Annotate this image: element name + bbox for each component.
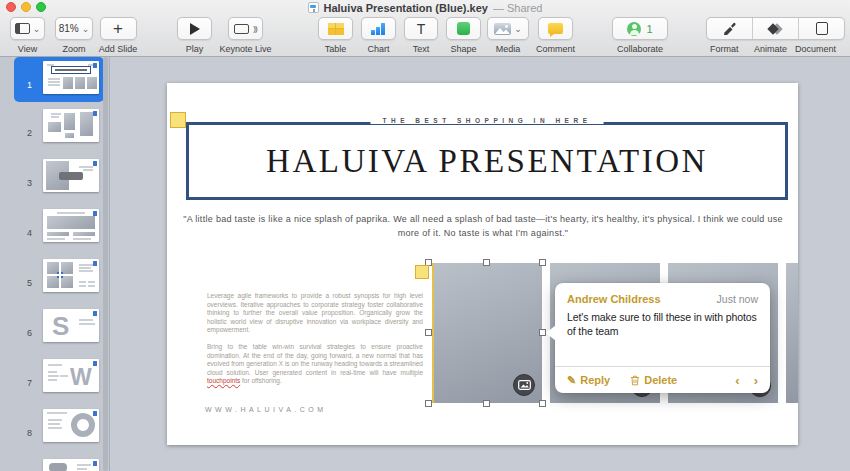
selection-handle-w[interactable] <box>425 329 432 336</box>
collaborate-label: Collaborate <box>617 44 663 54</box>
body-paragraph-1: Leverage agile frameworks to provide a r… <box>207 292 423 335</box>
shared-status: — Shared <box>493 2 543 14</box>
media-placeholder-icon[interactable] <box>513 374 535 396</box>
animate-diamond-icon <box>768 22 783 35</box>
comment-icon <box>548 23 563 34</box>
previous-comment-button[interactable]: ‹ <box>735 373 739 388</box>
table-label: Table <box>325 44 347 54</box>
title-text-box[interactable]: THE BEST SHOPPING IN HERE HALUIVA PRESEN… <box>186 122 788 200</box>
popover-arrow <box>546 325 556 341</box>
format-label: Format <box>710 44 739 54</box>
slide-thumbnail-8[interactable] <box>43 409 99 442</box>
comment-label: Comment <box>536 44 575 54</box>
slide-thumbnail-7[interactable]: W <box>43 359 99 392</box>
keynote-live-label: Keynote Live <box>219 44 271 54</box>
thumbnail-letter-o <box>71 413 95 437</box>
main-area: 1 2 3 <box>0 57 850 471</box>
document-label: Document <box>795 44 836 54</box>
selection-handle-e[interactable] <box>539 329 546 336</box>
collaborator-count: 1 <box>646 23 652 35</box>
chevron-down-icon: ⌄ <box>82 26 90 32</box>
slide-navigator: 1 2 3 <box>0 57 110 471</box>
view-button[interactable]: ⌄ View <box>4 17 51 54</box>
document-button[interactable] <box>798 18 844 39</box>
broadcast-waves-icon: )) <box>253 24 256 33</box>
pencil-icon: ✎ <box>567 375 576 386</box>
selection-handle-sw[interactable] <box>425 400 432 407</box>
play-icon <box>190 23 200 35</box>
slide-title: HALUIVA PRESENTATION <box>266 143 708 180</box>
selection-handle-n[interactable] <box>483 259 490 266</box>
slide-number: 7 <box>14 378 32 388</box>
thumbnail-letter: S <box>52 311 69 342</box>
table-button[interactable]: Table <box>311 17 360 54</box>
thumbnail-comment-badge <box>93 161 97 166</box>
next-comment-button[interactable]: › <box>754 373 758 388</box>
current-slide[interactable]: THE BEST SHOPPING IN HERE HALUIVA PRESEN… <box>167 83 798 445</box>
plus-icon: + <box>113 20 123 37</box>
image-placeholder-selected[interactable] <box>432 263 542 403</box>
thumbnail-comment-badge <box>93 63 97 68</box>
zoom-label: Zoom <box>62 44 85 54</box>
delete-button[interactable]: Delete <box>630 374 677 386</box>
play-label: Play <box>186 44 204 54</box>
reply-button[interactable]: ✎ Reply <box>567 374 610 386</box>
slide-thumbnail-2[interactable] <box>43 109 99 142</box>
table-icon <box>328 23 344 35</box>
slide-thumbnail-3[interactable] <box>43 159 99 192</box>
slide-thumbnail-9[interactable] <box>43 459 99 471</box>
animate-button[interactable] <box>752 18 798 39</box>
comment-timestamp: Just now <box>717 293 758 305</box>
paintbrush-icon <box>722 21 737 36</box>
slide-thumbnail-4[interactable] <box>43 209 99 242</box>
slide-thumbnail-6[interactable]: S <box>43 309 99 342</box>
text-tool-icon: T <box>417 22 426 36</box>
collaborate-button[interactable]: 1 Collaborate <box>608 17 672 54</box>
selection-handle-s[interactable] <box>483 400 490 407</box>
shape-label: Shape <box>450 44 476 54</box>
comment-popover: Andrew Childress Just now Let's make sur… <box>555 283 770 393</box>
display-icon <box>234 24 249 34</box>
slide-number: 1 <box>14 80 32 90</box>
body-text-box[interactable]: Leverage agile frameworks to provide a r… <box>207 292 423 386</box>
window-header: Haluiva Presentation (Blue).key — Shared… <box>0 0 850 57</box>
thumbnail-comment-badge <box>93 261 97 266</box>
inspector-segmented-control <box>706 17 845 40</box>
image-placeholder-4-cropped[interactable] <box>786 263 798 403</box>
media-button[interactable]: ⌄ Media <box>483 17 533 54</box>
slide-number: 5 <box>14 278 32 288</box>
thumbnail-comment-badge <box>93 361 97 366</box>
shape-icon <box>457 22 470 35</box>
chevron-down-icon: ⌄ <box>514 26 522 32</box>
slide-number: 3 <box>14 178 32 188</box>
zoom-value: 81% <box>59 23 79 34</box>
document-rect-icon <box>816 22 828 35</box>
comment-author: Andrew Childress <box>567 293 661 305</box>
comment-button[interactable]: Comment <box>528 17 583 54</box>
slide-kicker: THE BEST SHOPPING IN HERE <box>371 117 604 124</box>
zoom-dropdown[interactable]: 81% ⌄ Zoom <box>50 17 98 54</box>
website-footer[interactable]: WWW.HALUIVA.COM <box>205 406 327 413</box>
slide-thumbnail-5[interactable] <box>43 259 99 292</box>
text-label: Text <box>413 44 430 54</box>
collaborate-person-icon <box>627 22 641 36</box>
selection-handle-ne[interactable] <box>539 259 546 266</box>
slide-canvas[interactable]: THE BEST SHOPPING IN HERE HALUIVA PRESEN… <box>110 57 850 471</box>
media-label: Media <box>496 44 521 54</box>
quote-text-box[interactable]: "A little bad taste is like a nice splas… <box>183 213 783 240</box>
thumbnail-comment-badge <box>93 211 97 216</box>
comment-marker-image[interactable] <box>415 265 429 279</box>
keynote-live-button[interactable]: )) Keynote Live <box>210 17 281 54</box>
chevron-down-icon: ⌄ <box>33 26 41 32</box>
text-button[interactable]: T Text <box>397 17 445 54</box>
keynote-document-icon <box>308 2 319 13</box>
slide-thumbnail-1[interactable] <box>43 61 99 94</box>
add-slide-button[interactable]: + Add Slide <box>92 17 144 54</box>
thumbnail-comment-badge <box>93 111 97 116</box>
format-button[interactable] <box>707 18 752 39</box>
navigator-scrollbar[interactable] <box>103 57 108 471</box>
comment-marker-title[interactable] <box>170 112 186 128</box>
chart-button[interactable]: Chart <box>354 17 403 54</box>
shape-button[interactable]: Shape <box>439 17 488 54</box>
selection-handle-se[interactable] <box>539 400 546 407</box>
